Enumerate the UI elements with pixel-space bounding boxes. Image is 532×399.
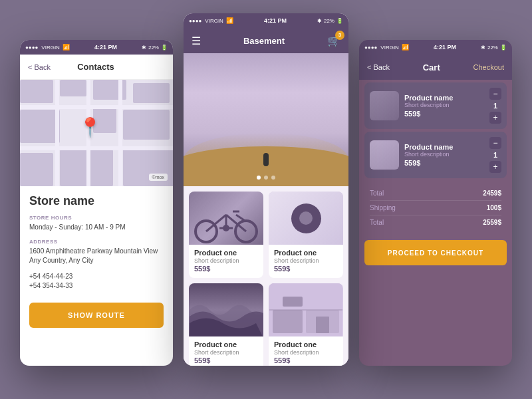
nav-bar-left: < Back Contacts — [20, 55, 173, 80]
proceed-to-checkout-button[interactable]: PROCEED TO CHECKOUT — [364, 240, 507, 265]
battery-icon-right: 🔋 — [500, 45, 507, 51]
product-desc-4: Short description — [274, 349, 338, 356]
hero-dots — [257, 176, 275, 180]
cart-item-controls-2: − 1 + — [489, 137, 501, 173]
store-name: Store name — [29, 194, 164, 208]
product-price-4: 559$ — [274, 356, 338, 364]
qty-decrease-2[interactable]: − — [489, 137, 501, 149]
hero-image — [184, 53, 348, 186]
signal-right: ●●●● VIRGIN 📶 — [364, 44, 409, 51]
phone2: +54 354-34-33 — [29, 281, 164, 291]
svg-rect-14 — [316, 317, 329, 333]
sand-dune-2 — [184, 146, 348, 186]
hero-figure — [263, 153, 269, 166]
qty-decrease-1[interactable]: − — [489, 88, 501, 100]
product-card-1[interactable]: Product one Short description 559$ — [189, 192, 263, 278]
qty-increase-1[interactable]: + — [489, 112, 501, 124]
product-card-4[interactable]: Product one Short description 559$ — [269, 283, 343, 366]
cart-item-thumb-2 — [370, 140, 399, 170]
bluetooth-icon-right: ✱ — [481, 45, 485, 51]
time-left: 4:21 PM — [94, 44, 117, 51]
product-image-bike — [189, 192, 263, 245]
product-image-interior — [269, 283, 343, 336]
carrier-left: VIRGIN — [41, 45, 60, 51]
status-bar-center: ●●●● VIRGIN 📶 4:21 PM ✱ 22% 🔋 — [184, 13, 348, 28]
bike-svg — [189, 192, 263, 245]
subtotal-value: 2459$ — [483, 190, 501, 197]
signal-center: ●●●● VIRGIN 📶 — [189, 17, 233, 24]
cart-item-name-2: Product name — [404, 143, 484, 151]
map-block — [60, 80, 86, 96]
hero-dot-2[interactable] — [264, 176, 268, 180]
nav-bar-right: < Back Cart Checkout — [359, 55, 512, 80]
product-info-1: Product one Short description 559$ — [189, 245, 263, 278]
product-price-1: 559$ — [194, 265, 258, 273]
total-label: Total — [370, 219, 384, 226]
basement-title: Basement — [243, 36, 285, 46]
time-center: 4:21 PM — [264, 17, 287, 24]
cart-item-details-2: Product name Short description 559$ — [404, 143, 484, 167]
cart-item-desc-1: Short description — [404, 102, 484, 108]
battery-icon-center: 🔋 — [336, 18, 343, 24]
cart-item-1: Product name Short description 559$ − 1 … — [364, 82, 507, 129]
hamburger-icon[interactable]: ☰ — [192, 35, 201, 47]
checkout-nav-btn[interactable]: Checkout — [473, 63, 504, 71]
cart-item-details-1: Product name Short description 559$ — [404, 94, 484, 118]
dots-right: ●●●● — [364, 45, 377, 51]
cart-icon-wrapper[interactable]: 🛒 3 — [327, 35, 340, 47]
time-right: 4:21 PM — [434, 44, 456, 51]
product-desc-2: Short description — [274, 257, 338, 264]
cart-item-price-2: 559$ — [404, 159, 484, 167]
svg-rect-10 — [273, 310, 303, 333]
battery-center-text: 22% — [324, 18, 334, 24]
back-button-right[interactable]: < Back — [367, 63, 390, 71]
dots-center: ●●●● — [189, 18, 201, 24]
subtotal-row: Total 2459$ — [370, 186, 501, 201]
carrier-center: VIRGIN — [205, 18, 223, 24]
cart-summary: Total 2459$ Shipping 100$ Total 2559$ — [359, 181, 512, 235]
wifi-icon-right: 📶 — [402, 44, 409, 51]
phone-basement: ●●●● VIRGIN 📶 4:21 PM ✱ 22% 🔋 ☰ Basement… — [184, 13, 348, 366]
products-grid: Product one Short description 559$ Produ… — [184, 186, 348, 366]
show-route-button[interactable]: SHOW ROUTE — [29, 303, 164, 328]
back-button-left[interactable]: < Back — [28, 63, 51, 71]
svg-line-7 — [236, 215, 246, 221]
qty-value-2: 1 — [493, 151, 497, 159]
subtotal-label: Total — [370, 190, 384, 197]
map-block — [133, 83, 170, 103]
shipping-value: 100$ — [487, 204, 501, 211]
battery-right: ✱ 22% 🔋 — [481, 45, 507, 51]
cart-item-price-1: 559$ — [404, 110, 484, 118]
shipping-label: Shipping — [370, 204, 396, 211]
cart-item-thumb-1 — [370, 91, 399, 120]
product-card-2[interactable]: Product one Short description 559$ — [269, 192, 343, 278]
nav-bar-center: ☰ Basement 🛒 3 — [184, 28, 348, 53]
product-desc-3: Short description — [194, 349, 258, 356]
product-name-4: Product one — [274, 340, 338, 348]
product-card-3[interactable]: Product one Short description 559$ — [189, 283, 263, 366]
hero-dot-3[interactable] — [271, 176, 275, 180]
battery-center: ✱ 22% 🔋 — [317, 18, 343, 24]
wifi-icon-center: 📶 — [226, 17, 233, 24]
battery-area-left: ✱ 22% 🔋 — [142, 45, 168, 51]
road-v — [55, 80, 59, 186]
cart-badge: 3 — [335, 31, 344, 40]
waves-svg — [189, 283, 263, 336]
map-block — [20, 110, 60, 143]
product-info-2: Product one Short description 559$ — [269, 245, 343, 278]
hero-dot-1[interactable] — [257, 176, 261, 180]
shipping-row: Shipping 100$ — [370, 201, 501, 215]
wifi-icon: 📶 — [63, 44, 70, 51]
map-pin-icon: 📍 — [78, 116, 102, 138]
cart-item-name-1: Product name — [404, 94, 484, 102]
phone-contacts: ●●●● VIRGIN 📶 4:21 PM ✱ 22% 🔋 < Back Con… — [20, 40, 173, 366]
map-area: 📍 ©mox — [20, 80, 173, 186]
phone1: +54 454-44-23 — [29, 272, 164, 281]
phone-section: +54 454-44-23 +54 354-34-33 — [29, 272, 164, 291]
product-info-3: Product one Short description 559$ — [189, 336, 263, 366]
cart-item-2: Product name Short description 559$ − 1 … — [364, 132, 507, 178]
total-value: 2559$ — [483, 219, 501, 226]
map-block — [123, 110, 170, 140]
interior-svg — [269, 283, 343, 336]
qty-increase-2[interactable]: + — [489, 161, 501, 173]
